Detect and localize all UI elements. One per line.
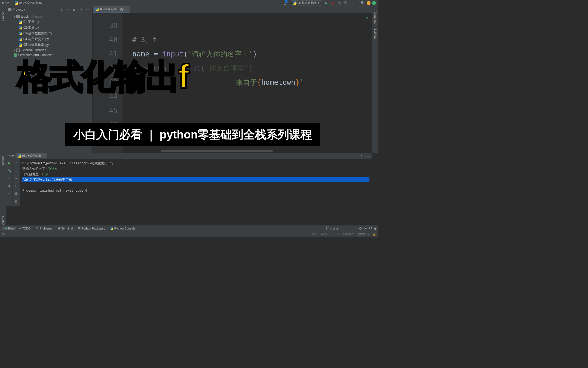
editor-tab[interactable]: 05-格式化输出.py ×	[93, 6, 130, 13]
output-command: D:\Python37\python.exe D:/teach/05-格式化输出…	[22, 161, 369, 166]
settings-icon[interactable]: ✶	[79, 7, 84, 12]
left-bottom-stripe: Structure Favorites	[0, 153, 6, 231]
avatar-icon[interactable]	[367, 1, 370, 5]
breadcrumb[interactable]: teach 〉 05-格式化输出.py	[2, 1, 42, 5]
bottom-tool-bar: ▶Run ≡TODO ⊘Problems ▣Terminal ⊞Python P…	[0, 225, 378, 231]
stop-button[interactable]: ■	[7, 183, 12, 188]
python-file-icon	[19, 43, 22, 47]
left-tool-stripe: Project	[0, 6, 6, 153]
close-icon[interactable]: ×	[42, 154, 44, 158]
select-opened-file-button[interactable]: ⊙	[59, 7, 64, 12]
file-item[interactable]: 02-常量.py	[6, 25, 92, 31]
right-tool-stripe: Database SciView	[372, 6, 378, 153]
expand-all-button[interactable]: ≡	[65, 7, 70, 12]
run-label: Run:	[8, 154, 14, 158]
profiler-button[interactable]: ⏱	[343, 1, 348, 5]
panel-title-label[interactable]: Project	[13, 8, 23, 11]
down-button[interactable]: ↓	[14, 168, 19, 173]
clear-all-icon[interactable]: 🗑	[14, 199, 19, 204]
rerun-button[interactable]: ▶	[7, 161, 12, 165]
python-file-icon	[293, 1, 296, 5]
scratches-icon	[14, 53, 17, 57]
soft-wrap-icon[interactable]: ⇥	[14, 176, 19, 181]
up-button[interactable]: ↑	[14, 161, 19, 165]
run-output[interactable]: D:\Python37\python.exe D:/teach/05-格式化输出…	[20, 159, 372, 206]
file-item[interactable]: 01-变量.py	[6, 19, 92, 25]
run-tab[interactable]: 05-格式化输出 ×	[16, 153, 46, 158]
todo-tool-button[interactable]: ≡TODO	[16, 227, 33, 230]
python-console-button[interactable]: Python Console	[108, 227, 138, 230]
code-with-me-icon[interactable]	[372, 1, 376, 5]
caret-position[interactable]: 46:1	[312, 233, 317, 236]
chevron-down-icon: ▾	[14, 15, 15, 19]
more-actions-button[interactable]: ⋮	[350, 1, 355, 5]
collapse-all-button[interactable]: ≣	[71, 7, 76, 12]
chevron-down-icon: ▾	[318, 1, 320, 5]
file-encoding[interactable]: UTF-8	[331, 233, 339, 236]
editor-tabs: 05-格式化输出.py ×	[93, 6, 372, 13]
database-tool-button[interactable]: Database	[374, 9, 377, 26]
structure-tool-button[interactable]: Structure	[1, 153, 5, 170]
search-everywhere-button[interactable]: 🔍	[360, 1, 365, 5]
run-button[interactable]: ▶	[324, 1, 329, 5]
horizontal-scrollbar[interactable]	[161, 150, 273, 152]
gear-icon[interactable]: ✶	[359, 153, 364, 158]
chevron-right-icon: ▸	[14, 48, 15, 52]
comment-text: # 3、f	[132, 36, 157, 44]
breadcrumb-project[interactable]: teach	[2, 1, 10, 5]
root-name: teach	[21, 15, 29, 19]
scroll-to-end-icon[interactable]: ⇤	[14, 183, 19, 188]
navigation-bar: teach 〉 05-格式化输出.py 👤▾ 05-格式化输出 ▾ ▶ 🐞 ◔ …	[0, 0, 378, 6]
run-left-toolbar: ▶ 🔧 ↓ ■ ≡	[6, 159, 13, 206]
run-configuration-dropdown[interactable]: 05-格式化输出 ▾	[291, 0, 322, 5]
hide-button[interactable]: —	[366, 153, 370, 158]
hide-button[interactable]: —	[85, 7, 90, 12]
python-file-icon	[18, 154, 21, 158]
file-item[interactable]: 05-格式化输出.py	[6, 42, 92, 48]
run-panel: Run: 05-格式化输出 × ✶ — ▶ 🔧 ↓ ■ ≡ ↑ ↓ ⇥	[6, 153, 372, 206]
event-log-button[interactable]: ◇ Event Log	[359, 227, 376, 230]
python-file-icon	[19, 32, 22, 35]
top-toolbar: 👤▾ 05-格式化输出 ▾ ▶ 🐞 ◔ ⏱ ⋮ 🔍	[284, 0, 376, 5]
user-icon[interactable]: 👤▾	[284, 1, 289, 5]
run-panel-header: Run: 05-格式化输出 × ✶ —	[6, 153, 372, 159]
tab-label: 05-格式化输出.py	[100, 7, 124, 11]
chevron-right-icon: 〉	[11, 1, 14, 5]
project-panel-header: Project ▾ ⊙ ≡ ≣ | ✶ —	[6, 6, 92, 13]
file-item[interactable]: 03-基本数据类型.py	[6, 31, 92, 36]
external-libraries[interactable]: ▸ External Libraries	[6, 48, 92, 53]
project-tool-button[interactable]: Project	[1, 9, 5, 23]
python-packages-button[interactable]: ⊞Python Packages	[75, 227, 108, 230]
indent-info[interactable]: 4 spaces	[342, 233, 353, 236]
wrench-icon[interactable]: 🔧	[7, 168, 12, 173]
status-left-icon[interactable]: ▢	[2, 233, 5, 236]
close-icon[interactable]: ×	[125, 8, 127, 11]
run-with-coverage-button[interactable]: ◔	[337, 1, 342, 5]
file-item[interactable]: 04-与用户交互.py	[6, 36, 92, 42]
project-root[interactable]: ▾ teach D:\teach	[6, 14, 92, 19]
python-interpreter[interactable]: Python 3.7	[356, 233, 369, 236]
python-file-icon	[19, 20, 22, 24]
print-icon[interactable]: 🖶	[14, 191, 19, 196]
status-bar: ▢ 46:1 CRLF UTF-8 4 spaces Python 3.7 🔒	[0, 231, 378, 237]
python-file-icon	[15, 1, 18, 5]
library-icon	[16, 49, 20, 52]
breadcrumb-file[interactable]: 05-格式化输出.py	[19, 1, 42, 5]
run-left-toolbar-2: ↑ ↓ ⇥ ⇤ 🖶 🗑	[13, 159, 20, 206]
chevron-down-icon[interactable]: ▾	[24, 8, 25, 11]
sciview-tool-button[interactable]: SciView	[374, 26, 377, 41]
run-tool-button[interactable]: ▶Run	[2, 227, 16, 230]
project-tree[interactable]: ▾ teach D:\teach 01-变量.py 02-常量.py 03-基本…	[6, 13, 92, 59]
overlay-title: 格式化输出f	[17, 59, 188, 93]
debug-button[interactable]: 🐞	[330, 1, 335, 5]
line-separator[interactable]: CRLF	[321, 233, 328, 236]
scratches-and-consoles[interactable]: Scratches and Consoles	[6, 53, 92, 58]
lock-icon[interactable]: 🔒	[373, 233, 376, 236]
python-file-icon	[19, 26, 22, 29]
enter-overlay-text: Enter	[326, 225, 339, 232]
folder-icon	[16, 15, 20, 18]
run-down-icon[interactable]: ↓	[7, 176, 12, 181]
terminal-tool-button[interactable]: ▣Terminal	[55, 227, 76, 230]
problems-tool-button[interactable]: ⊘Problems	[33, 227, 55, 230]
layout-icon[interactable]: ≡	[7, 191, 12, 196]
